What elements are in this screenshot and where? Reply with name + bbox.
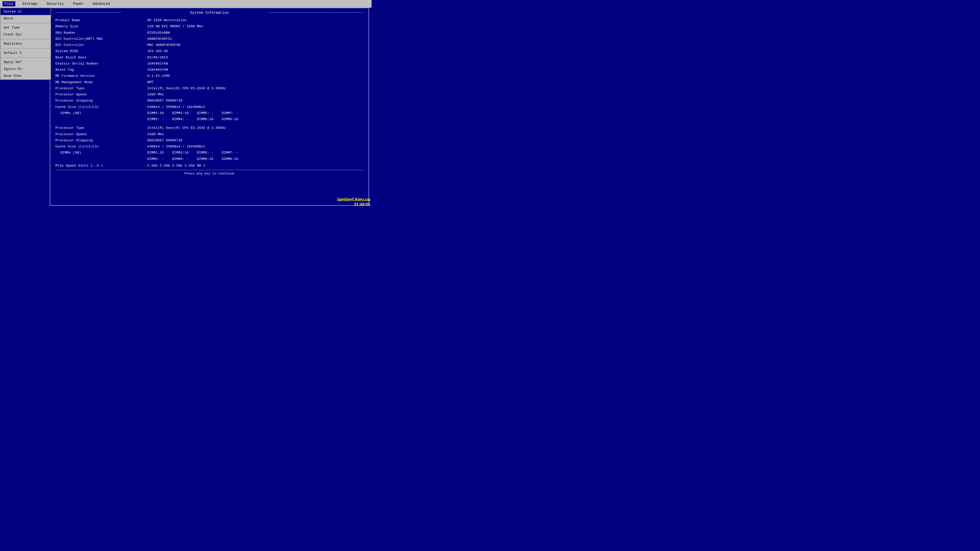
row-cpu1-stepping: Processor Stepping 000206D7 00000718 — [56, 98, 363, 103]
row-cpu2-stepping: Processor Stepping 000206D7 00000718 — [56, 138, 363, 143]
sidebar: System In About Set Time Flash Sys Repli… — [0, 8, 51, 80]
row-cpu2-type: Processor Type Intel(R) Xeon(R) CPU E5-2… — [56, 125, 363, 130]
watermark-site: lambert.kiev.ua — [337, 197, 370, 202]
sidebar-item-ignore[interactable]: Ignore Ch — [0, 65, 51, 73]
sidebar-divider-1 — [0, 23, 51, 23]
row-cpu1-cache: Cache Size (L1/L2/L3) 64KBx4 / 256KBx4 /… — [56, 105, 363, 110]
menu-power[interactable]: Power — [71, 1, 86, 6]
sidebar-item-save[interactable]: Save Chan — [0, 73, 51, 79]
row-cpu1-type: Processor Type Intel(R) Xeon(R) CPU E5-2… — [56, 86, 363, 91]
row-cpu1-dimms-label: DIMMs (GB) DIMM1:16 DIMM3:16 DIMM5: - DI… — [56, 111, 363, 116]
row-cpu1-speed: Processor Speed 3300 MHz — [56, 92, 363, 97]
row-cpu2-cache: Cache Size (L1/L2/L3) 64KBx4 / 256KBx4 /… — [56, 144, 363, 149]
row-cpu2-dimms-row2: DIMM2: - DIMM4: - DIMM6:16 DIMM8:16 — [56, 157, 363, 162]
press-any-key: Press any key to continue — [56, 171, 363, 176]
sidebar-item-apply-def[interactable]: Apply Def — [0, 59, 51, 65]
menu-security[interactable]: Security — [45, 1, 65, 6]
cpu2-dimm-row2: DIMM2: - DIMM4: - DIMM6:16 DIMM8:16 — [147, 157, 238, 161]
row-product-name: Product Name HP Z820 Workstation — [56, 18, 363, 23]
row-cpu1-dimms-row2: DIMM2: - DIMM4: - DIMM6:16 DIMM8:16 — [56, 117, 363, 122]
sidebar-divider-4 — [0, 57, 51, 58]
menu-storage[interactable]: Storage — [21, 1, 40, 6]
row-me-mode: ME Management Mode AMT — [56, 80, 363, 85]
row-nic: NIC Controller MAC 40A8F0C95F50 — [56, 43, 363, 48]
row-bios: System BIOS J63 v03.96 — [56, 49, 363, 54]
sidebar-item-system-info[interactable]: System In — [0, 8, 51, 15]
sidebar-item-flash-sys[interactable]: Flash Sys — [0, 31, 51, 38]
menu-bar: File Storage Security Power Advanced — [0, 0, 372, 8]
row-asset-tag: Asset Tag 2UA4401YXW — [56, 67, 363, 73]
row-boot-block: Boot Block Date 03/06/2013 — [56, 55, 363, 60]
cpu1-dimm-row2: DIMM2: - DIMM4: - DIMM6:16 DIMM8:16 — [147, 118, 238, 121]
info-panel: System Information Product Name HP Z820 … — [50, 8, 369, 206]
watermark: lambert.kiev.ua 21:49:01 — [337, 197, 370, 207]
cpu2-dimm-row1: DIMM1:16 DIMM3:16 DIMM5: - DIMM7: - — [147, 151, 238, 155]
panel-title: System Information — [56, 11, 363, 15]
watermark-time: 21:49:01 — [337, 202, 370, 207]
sidebar-item-set-time[interactable]: Set Time — [0, 24, 51, 31]
row-memory-size: Memory Size 128 GB ECC RDDR3 / 1600 MHz — [56, 24, 363, 29]
sidebar-item-about[interactable]: About — [0, 15, 51, 22]
row-me-firmware: ME Firmware Version 8.1.52.1496 — [56, 73, 363, 79]
row-nic-amt: NIC Controller(AMT) MAC 40A8F0C95F51 — [56, 37, 363, 41]
row-cpu2-dimms-label: DIMMs (GB) DIMM1:16 DIMM3:16 DIMM5: - DI… — [56, 150, 363, 156]
row-cpu2-speed: Processor Speed 3300 MHz — [56, 132, 363, 137]
menu-file[interactable]: File — [3, 1, 15, 6]
sidebar-item-default[interactable]: Default S — [0, 49, 51, 56]
row-sku: SKU Number K3V81US#ABA — [56, 30, 363, 35]
menu-advanced[interactable]: Advanced — [91, 1, 112, 6]
row-chassis-serial: Chassis Serial Number 2UA4401YXW — [56, 61, 363, 66]
sidebar-item-replicate[interactable]: Replicate — [0, 40, 51, 47]
row-pcie: PCIe Speed Slots 1..6 = 2.5Gb 2.5Gb 2.5G… — [56, 163, 363, 168]
cpu1-dimm-row1: DIMM1:16 DIMM3:16 DIMM5: - DIMM7: - — [147, 111, 238, 115]
